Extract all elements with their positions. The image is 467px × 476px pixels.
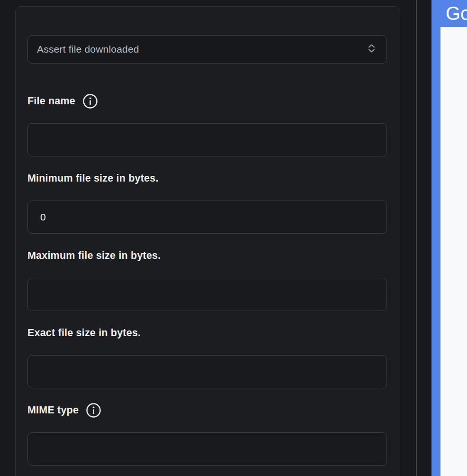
page-surface [440,27,467,476]
info-icon[interactable] [82,93,98,109]
field-label-mime-type: MIME type [27,403,387,418]
field-label-min-size: Minimum file size in bytes. [27,171,387,186]
info-icon[interactable] [86,403,101,418]
field-label-max-size: Maximum file size in bytes. [27,248,387,264]
file-name-input[interactable] [27,123,387,156]
recorder-step-editor: Assert file downloaded File name [0,0,467,476]
chevron-up-down-icon [368,45,375,55]
step-type-select-value: Assert file downloaded [37,44,139,55]
panel-divider [416,0,417,476]
mime-type-input[interactable] [27,432,387,466]
min-size-input[interactable] [27,201,387,234]
field-label-file-name: File name [27,93,387,109]
page-heading-text: Go [446,0,467,26]
step-editor-card: Assert file downloaded File name [15,6,400,476]
field-label-exact-size: Exact file size in bytes. [27,325,387,341]
max-size-input[interactable] [27,278,387,311]
exact-size-input[interactable] [27,355,387,388]
step-type-select[interactable]: Assert file downloaded [27,35,387,64]
